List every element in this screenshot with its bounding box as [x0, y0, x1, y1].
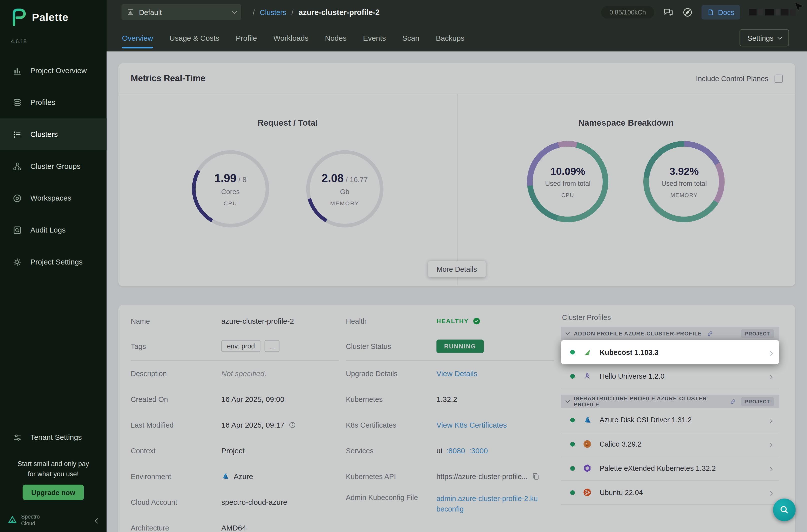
- copy-icon[interactable]: [532, 472, 540, 480]
- sidebar-item-cluster-groups[interactable]: Cluster Groups: [0, 150, 107, 182]
- cpu-gauge-value: 1.99: [214, 172, 236, 184]
- field-label: Architecture: [131, 524, 221, 532]
- tab-workloads[interactable]: Workloads: [273, 24, 308, 52]
- project-selector-value: Default: [139, 8, 228, 16]
- include-control-planes-checkbox[interactable]: [774, 74, 783, 83]
- tab-nodes[interactable]: Nodes: [325, 24, 346, 52]
- donut-row: 10.09% Used from total CPU 3.92% Used fr…: [527, 141, 725, 222]
- sidebar-item-label: Audit Logs: [31, 226, 66, 234]
- sidebar-item-audit-logs[interactable]: Audit Logs: [0, 214, 107, 246]
- link-icon: [730, 398, 736, 405]
- sidebar-item-workspaces[interactable]: Workspaces: [0, 182, 107, 214]
- rocket-icon: [582, 372, 593, 380]
- tab-profile[interactable]: Profile: [236, 24, 257, 52]
- created-on-value: 16 Apr 2025, 09:00: [221, 395, 284, 403]
- settings-button[interactable]: Settings: [740, 29, 789, 46]
- memory-gauge-label: MEMORY: [330, 200, 359, 206]
- project-selector[interactable]: Default: [121, 4, 241, 20]
- more-details-button[interactable]: More Details: [428, 261, 486, 277]
- detail-row-environment: Environment Azure: [131, 463, 339, 489]
- sidebar-item-clusters[interactable]: Clusters: [0, 118, 107, 150]
- service-port-8080-link[interactable]: :8080: [447, 446, 465, 455]
- chevron-down-icon: [777, 35, 782, 39]
- detail-row-architecture: Architecture AMD64: [131, 515, 339, 532]
- memory-gauge-unit: Gb: [340, 188, 349, 195]
- view-k8s-certificates-link[interactable]: View K8s Certificates: [436, 421, 507, 429]
- magnifier-icon: [779, 504, 790, 515]
- explore-compass-button[interactable]: [682, 7, 693, 17]
- spectro-cloud-logo-icon: [7, 515, 18, 525]
- cpu-donut-percent: 10.09%: [550, 165, 585, 177]
- profile-row-calico[interactable]: Calico 3.29.2: [561, 432, 779, 456]
- palette-logo-icon: [10, 8, 27, 27]
- running-status-badge: RUNNING: [436, 339, 484, 353]
- tag-more-chip[interactable]: ...: [265, 340, 279, 352]
- upgrade-now-button[interactable]: Upgrade now: [23, 484, 84, 500]
- status-dot-green: [570, 490, 575, 495]
- view-details-link[interactable]: View Details: [436, 369, 477, 378]
- sidebar-item-project-settings[interactable]: Project Settings: [0, 246, 107, 278]
- main-content: Metrics Real-Time Include Control Planes…: [107, 52, 807, 532]
- feedback-chat-button[interactable]: [663, 7, 674, 17]
- field-label: Health: [346, 317, 436, 325]
- spectro-cloud-brand: Spectro Cloud: [7, 513, 102, 528]
- memory-donut: 3.92% Used from total MEMORY: [643, 141, 725, 222]
- status-dot-green: [570, 442, 575, 446]
- topbar: Default / Clusters / azure-cluster-profi…: [107, 0, 807, 24]
- profile-row-azure-disk-csi[interactable]: Azure Disk CSI Driver 1.31.2: [561, 408, 779, 432]
- metrics-header: Metrics Real-Time Include Control Planes: [118, 63, 795, 94]
- info-icon[interactable]: [288, 421, 296, 429]
- detail-row-services: Services ui :8080 :3000: [346, 438, 553, 463]
- document-icon: [707, 8, 714, 16]
- details-middle-column: Health HEALTHY Cluster Status RUNNING Up…: [346, 310, 553, 515]
- profile-row-palette-extended-kubernetes[interactable]: Palette eXtended Kubernetes 1.32.2: [561, 456, 779, 480]
- addon-profile-header[interactable]: ADDON PROFILE AZURE-CLUSTER-PROFILE PROJ…: [561, 327, 779, 340]
- profile-name: Azure Disk CSI Driver 1.31.2: [600, 416, 692, 424]
- cpu-gauge-total: / 8: [239, 175, 247, 183]
- memory-gauge-value: 2.08: [322, 172, 343, 184]
- sidebar-item-tenant-settings[interactable]: Tenant Settings: [0, 427, 107, 448]
- addon-profile-header-label: ADDON PROFILE AZURE-CLUSTER-PROFILE: [574, 330, 702, 337]
- breadcrumb-clusters-link[interactable]: Clusters: [260, 8, 286, 16]
- credits-usage-pill: 0.85/100kCh: [601, 6, 654, 18]
- chevron-right-icon: [769, 415, 772, 424]
- status-dot-green: [570, 466, 575, 471]
- include-control-planes-label: Include Control Planes: [696, 74, 768, 83]
- request-total-pane: Request / Total 1.99/ 8 Cores CPU: [118, 94, 457, 285]
- architecture-value: AMD64: [221, 524, 246, 532]
- sidebar-item-project-overview[interactable]: Project Overview: [0, 54, 107, 87]
- last-modified-value: 16 Apr 2025, 09:17: [221, 421, 284, 429]
- infrastructure-profile-header[interactable]: INFRASTRUCTURE PROFILE AZURE-CLUSTER-PRO…: [561, 395, 779, 408]
- admin-kubeconfig-link[interactable]: admin.azure-cluster-profile-2.kubeconfig: [436, 493, 540, 514]
- chevron-right-icon: [769, 439, 772, 449]
- field-label: Upgrade Details: [346, 369, 436, 378]
- mouse-cursor: [792, 1, 805, 16]
- tab-usage-costs[interactable]: Usage & Costs: [170, 24, 219, 52]
- search-help-fab[interactable]: [773, 498, 796, 521]
- audit-search-icon: [12, 225, 22, 235]
- chevron-right-icon: [769, 372, 772, 381]
- sidebar-item-label: Workspaces: [31, 194, 72, 202]
- tag-chip[interactable]: env: prod: [221, 340, 261, 352]
- detail-row-cloud-account: Cloud Account spectro-cloud-azure: [131, 489, 339, 515]
- memory-donut-caption: Used from total: [661, 179, 707, 187]
- check-circle-icon: [472, 317, 481, 325]
- metrics-card: Metrics Real-Time Include Control Planes…: [118, 63, 795, 286]
- cpu-gauge-label: CPU: [224, 200, 237, 206]
- sidebar-item-label: Tenant Settings: [31, 433, 82, 441]
- detail-row-admin-kubeconfig: Admin Kubeconfig File admin.azure-cluste…: [346, 489, 553, 515]
- tab-events[interactable]: Events: [363, 24, 386, 52]
- detail-row-tags: Tags env: prod ...: [131, 332, 339, 361]
- tab-backups[interactable]: Backups: [436, 24, 465, 52]
- tab-scan[interactable]: Scan: [402, 24, 419, 52]
- sidebar-collapse-button[interactable]: [93, 513, 102, 528]
- details-left-column: Name azure-cluster-profile-2 Tags env: p…: [131, 310, 339, 532]
- docs-button[interactable]: Docs: [701, 5, 740, 19]
- service-port-3000-link[interactable]: :3000: [469, 446, 488, 455]
- tab-overview[interactable]: Overview: [122, 24, 153, 52]
- sidebar-item-profiles[interactable]: Profiles: [0, 87, 107, 118]
- app-window: Palette 4.6.18 Project Overview Profiles…: [0, 0, 807, 532]
- profile-row-hello-universe[interactable]: Hello Universe 1.2.0: [561, 364, 779, 388]
- profile-row-ubuntu[interactable]: Ubuntu 22.04: [561, 480, 779, 505]
- profile-row-kubecost[interactable]: Kubecost 1.103.3: [561, 340, 779, 364]
